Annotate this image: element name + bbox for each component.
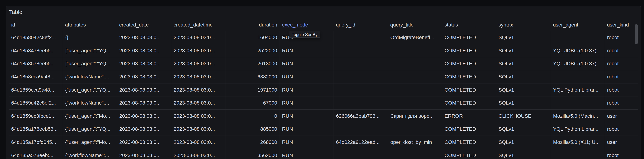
cell-status: COMPLETED bbox=[442, 136, 496, 149]
sort-tooltip: Toggle SortBy bbox=[289, 31, 320, 38]
column-header-user_agent[interactable]: user_agent bbox=[551, 19, 605, 31]
cell-created_datetime: 2023-08-08 03:0... bbox=[171, 31, 226, 44]
cell-user_kind: robot bbox=[605, 123, 638, 136]
cell-query_title bbox=[388, 57, 442, 70]
cell-user_agent: YQL JDBC (1.0.37) bbox=[551, 57, 605, 70]
cell-id: 64d1859d42c8ef2... bbox=[9, 96, 63, 110]
column-header-duration[interactable]: duration bbox=[226, 19, 280, 31]
cell-query_title: oper_dost_by_min bbox=[388, 136, 442, 149]
cell-id: 64d1858578eeb5... bbox=[9, 57, 63, 70]
table-row: 64d185a178eeb53...{"user_agent":"YQ...20… bbox=[9, 123, 638, 136]
cell-user_agent bbox=[551, 70, 605, 83]
cell-status: ERROR bbox=[442, 110, 496, 123]
cell-exec_mode: RUN bbox=[280, 136, 334, 149]
cell-exec_mode: RUN bbox=[280, 70, 334, 83]
cell-created_date: 2023-08-08 03:0... bbox=[117, 44, 171, 57]
cell-query_id bbox=[334, 57, 388, 70]
cell-user_agent bbox=[551, 31, 605, 44]
column-header-attributes[interactable]: attributes bbox=[63, 19, 117, 31]
cell-syntax: CLICKHOUSE bbox=[496, 110, 551, 123]
cell-exec_mode: RUN bbox=[280, 110, 334, 123]
cell-query_id bbox=[334, 149, 388, 159]
cell-query_title bbox=[388, 44, 442, 57]
cell-id: 64d1858042c8ef2... bbox=[9, 31, 63, 44]
cell-syntax: SQLv1 bbox=[496, 57, 551, 70]
vertical-scrollbar-thumb[interactable] bbox=[635, 24, 638, 44]
cell-created_date: 2023-08-08 03:0... bbox=[117, 31, 171, 44]
column-header-query_id[interactable]: query_id bbox=[334, 19, 388, 31]
cell-query_title bbox=[388, 149, 442, 159]
cell-created_datetime: 2023-08-08 03:0... bbox=[171, 44, 226, 57]
cell-exec_mode: RUN bbox=[280, 149, 334, 159]
table-row: 64d1858042c8ef2...{}2023-08-08 03:0...20… bbox=[9, 31, 638, 44]
column-header-query_title[interactable]: query_title bbox=[388, 19, 442, 31]
column-header-exec_mode[interactable]: exec_mode bbox=[280, 19, 334, 31]
cell-exec_mode: RUN bbox=[280, 57, 334, 70]
table-row: 64d1859ec3fbce1...{"user_agent":"Mo...20… bbox=[9, 110, 638, 123]
panel-title: Table bbox=[9, 9, 22, 15]
cell-user_agent: YQL Python Librar... bbox=[551, 83, 605, 96]
cell-id: 64d1859ec3fbce1... bbox=[9, 110, 63, 123]
cell-created_date: 2023-08-08 03:0... bbox=[117, 70, 171, 83]
cell-query_title bbox=[388, 96, 442, 110]
cell-user_agent: Mozilla/5.0 (Macin... bbox=[551, 110, 605, 123]
cell-query_id: 64d022a9122ead... bbox=[334, 136, 388, 149]
cell-id: 64d185a178eeb53... bbox=[9, 123, 63, 136]
cell-query_id bbox=[334, 31, 388, 44]
cell-created_date: 2023-08-08 03:0... bbox=[117, 57, 171, 70]
cell-duration: 2613000 bbox=[226, 57, 280, 70]
cell-exec_mode: RUN bbox=[280, 83, 334, 96]
cell-syntax: SQLv1 bbox=[496, 83, 551, 96]
cell-duration: 1971000 bbox=[226, 83, 280, 96]
cell-created_datetime: 2023-08-08 03:0... bbox=[171, 70, 226, 83]
cell-duration: 3562000 bbox=[226, 149, 280, 159]
cell-created_date: 2023-08-08 03:0... bbox=[117, 123, 171, 136]
cell-query_id bbox=[334, 96, 388, 110]
table-header-row: idattributescreated_datecreated_datetime… bbox=[9, 19, 638, 31]
cell-query_id bbox=[334, 44, 388, 57]
cell-user_kind: robot bbox=[605, 70, 638, 83]
cell-status: COMPLETED bbox=[442, 44, 496, 57]
cell-status: COMPLETED bbox=[442, 123, 496, 136]
cell-id: 64d1859cca9a48... bbox=[9, 83, 63, 96]
cell-status: COMPLETED bbox=[442, 31, 496, 44]
cell-user_kind: robot bbox=[605, 57, 638, 70]
table-row: 64d1858478eeb5...{"user_agent":"YQ...202… bbox=[9, 44, 638, 57]
cell-attributes: {"user_agent":"YQ... bbox=[63, 83, 117, 96]
cell-created_datetime: 2023-08-08 03:0... bbox=[171, 57, 226, 70]
cell-status: COMPLETED bbox=[442, 70, 496, 83]
table-row: 64d1859cca9a48...{"user_agent":"YQ...202… bbox=[9, 83, 638, 96]
cell-user_kind: robot bbox=[605, 44, 638, 57]
column-header-id[interactable]: id bbox=[9, 19, 63, 31]
cell-created_datetime: 2023-08-08 03:0... bbox=[171, 149, 226, 159]
cell-user_agent bbox=[551, 96, 605, 110]
cell-id: 64d185a17bfd045... bbox=[9, 136, 63, 149]
cell-user_kind: user bbox=[605, 136, 638, 149]
cell-attributes: {"workflowName":... bbox=[63, 149, 117, 159]
cell-user_kind: user bbox=[605, 110, 638, 123]
cell-created_datetime: 2023-08-08 03:0... bbox=[171, 83, 226, 96]
cell-status: COMPLETED bbox=[442, 57, 496, 70]
cell-syntax: SQLv1 bbox=[496, 31, 551, 44]
cell-query_title bbox=[388, 83, 442, 96]
cell-duration: 0 bbox=[226, 110, 280, 123]
cell-query_title bbox=[388, 70, 442, 83]
table-row: 64d185a578eeb5...{"workflowName":...2023… bbox=[9, 149, 638, 159]
cell-syntax: SQLv1 bbox=[496, 96, 551, 110]
cell-created_datetime: 2023-08-08 03:0... bbox=[171, 110, 226, 123]
cell-user_kind: robot bbox=[605, 31, 638, 44]
table-row: 64d1859d42c8ef2...{"workflowName":...202… bbox=[9, 96, 638, 110]
cell-syntax: SQLv1 bbox=[496, 123, 551, 136]
table-row: 64d185a17bfd045...{"user_agent":"Mo...20… bbox=[9, 136, 638, 149]
cell-created_date: 2023-08-08 03:0... bbox=[117, 96, 171, 110]
cell-user_agent bbox=[551, 149, 605, 159]
column-header-status[interactable]: status bbox=[442, 19, 496, 31]
cell-duration: 6382000 bbox=[226, 70, 280, 83]
cell-duration: 1604000 bbox=[226, 31, 280, 44]
column-header-created_datetime[interactable]: created_datetime bbox=[171, 19, 226, 31]
cell-id: 64d185a578eeb5... bbox=[9, 149, 63, 159]
cell-syntax: SQLv1 bbox=[496, 136, 551, 149]
column-header-user_kind[interactable]: user_kind bbox=[605, 19, 638, 31]
column-header-created_date[interactable]: created_date bbox=[117, 19, 171, 31]
column-header-syntax[interactable]: syntax bbox=[496, 19, 551, 31]
